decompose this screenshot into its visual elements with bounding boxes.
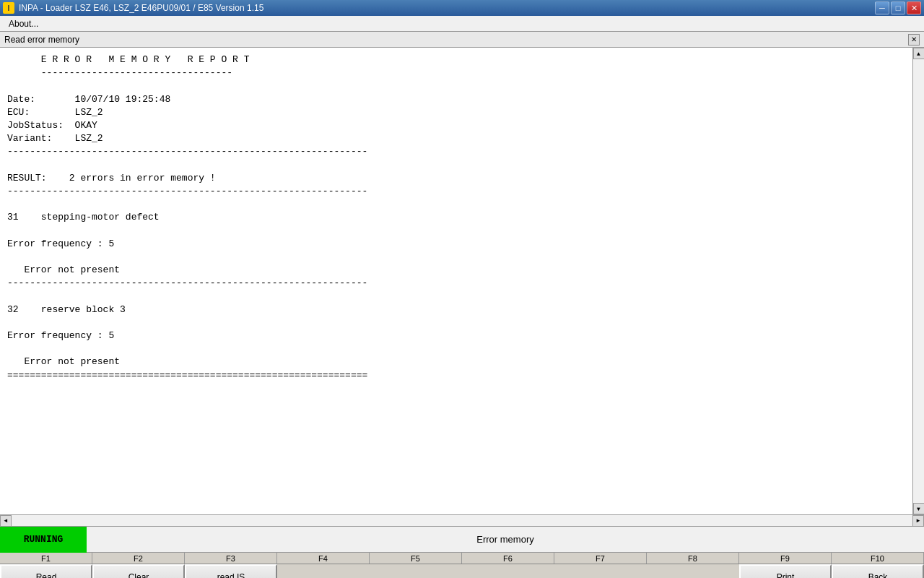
function-button-f5: [370, 564, 462, 578]
function-button-f6: [462, 564, 554, 578]
function-button-f8: [647, 564, 739, 578]
title-bar: I INPA - Loader LSZ E46, LSZ_2 E46PU09/0…: [0, 0, 924, 16]
app-icon: I: [3, 2, 14, 14]
fkey-label-f5: F5: [370, 553, 462, 564]
error-report-content: E R R O R M E M O R Y R E P O R T ------…: [0, 48, 912, 514]
fkey-label-f4: F4: [277, 553, 370, 564]
fkey-label-f8: F8: [647, 553, 739, 564]
fkey-label-f10: F10: [832, 553, 924, 564]
function-button-f1[interactable]: Read: [0, 564, 92, 578]
vertical-scrollbar[interactable]: ▲ ▼: [912, 48, 924, 514]
scroll-track-h: [12, 515, 912, 526]
running-status: RUNNING: [0, 527, 87, 553]
fkey-label-f2: F2: [92, 553, 185, 564]
fkey-label-f1: F1: [0, 553, 92, 564]
panel-header: Read error memory ✕: [0, 32, 924, 48]
function-button-f9[interactable]: Print: [739, 564, 832, 578]
fkey-label-f9: F9: [739, 553, 832, 564]
status-center-label: Error memory: [87, 534, 924, 545]
menu-about[interactable]: About...: [3, 17, 44, 30]
button-row: ReadClearread ISPrintBack: [0, 564, 924, 578]
maximize-button[interactable]: □: [891, 1, 905, 14]
horizontal-scrollbar[interactable]: ◄ ►: [0, 514, 924, 526]
window-title: INPA - Loader LSZ E46, LSZ_2 E46PU09/01 …: [19, 3, 263, 13]
title-bar-left: I INPA - Loader LSZ E46, LSZ_2 E46PU09/0…: [3, 2, 263, 14]
scroll-down-button[interactable]: ▼: [913, 503, 925, 514]
close-button[interactable]: ✕: [907, 1, 921, 14]
menu-bar: About...: [0, 16, 924, 32]
scroll-track-v: [913, 59, 924, 503]
fkey-label-f6: F6: [462, 553, 554, 564]
main-content-area: E R R O R M E M O R Y R E P O R T ------…: [0, 48, 924, 514]
function-button-f2[interactable]: Clear: [92, 564, 185, 578]
fkey-label-f3: F3: [185, 553, 277, 564]
scroll-right-button[interactable]: ►: [912, 515, 924, 527]
function-button-f10[interactable]: Back: [832, 564, 924, 578]
title-bar-controls: ─ □ ✕: [875, 1, 921, 14]
panel-title: Read error memory: [4, 35, 79, 45]
function-button-f3[interactable]: read IS: [185, 564, 277, 578]
scroll-up-button[interactable]: ▲: [913, 48, 925, 59]
minimize-button[interactable]: ─: [875, 1, 889, 14]
panel-close-button[interactable]: ✕: [908, 34, 920, 46]
status-bar: RUNNING Error memory: [0, 526, 924, 552]
scroll-left-button[interactable]: ◄: [0, 515, 12, 527]
function-button-f7: [554, 564, 647, 578]
fkey-label-f7: F7: [554, 553, 647, 564]
fkey-label-row: F1F2F3F4F5F6F7F8F9F10: [0, 552, 924, 564]
function-button-f4: [277, 564, 370, 578]
